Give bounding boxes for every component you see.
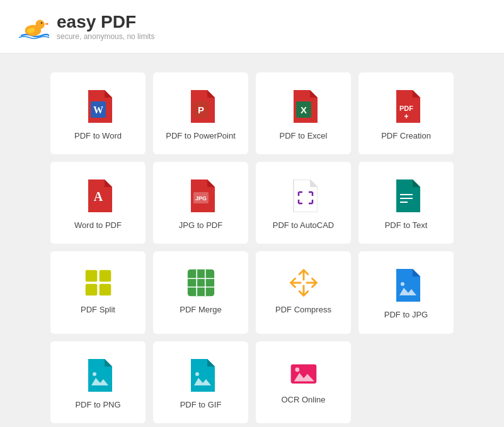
svg-point-27 xyxy=(401,282,404,286)
pdf-to-word-label: PDF to Word xyxy=(74,130,122,142)
tool-card-pdf-to-excel[interactable]: XPDF to Excel xyxy=(256,72,351,154)
pdf-to-ppt-icon: P xyxy=(187,90,215,123)
main-content: WPDF to WordPPDF to PowerPointXPDF to Ex… xyxy=(0,54,504,427)
svg-point-28 xyxy=(93,372,96,376)
header: easy PDF secure, anonymous, no limits xyxy=(0,0,504,54)
svg-rect-18 xyxy=(85,270,97,282)
pdf-to-text-label: PDF to Text xyxy=(385,220,428,231)
tool-card-ocr-online[interactable]: OCR Online xyxy=(256,341,351,423)
logo-duck-icon xyxy=(19,11,49,42)
pdf-to-excel-icon: X xyxy=(290,90,318,123)
tool-card-pdf-to-gif[interactable]: PDF to GIF xyxy=(153,341,248,423)
svg-rect-22 xyxy=(187,270,214,296)
tool-card-pdf-compress[interactable]: PDF Compress xyxy=(256,251,351,333)
svg-point-2 xyxy=(41,22,42,23)
svg-point-29 xyxy=(195,372,199,376)
svg-point-31 xyxy=(295,367,299,372)
svg-rect-20 xyxy=(85,284,97,296)
pdf-to-gif-icon xyxy=(187,359,215,392)
svg-text:W: W xyxy=(93,105,103,115)
svg-rect-19 xyxy=(99,270,111,282)
tool-card-pdf-split[interactable]: PDF Split xyxy=(50,251,146,333)
pdf-to-autocad-icon xyxy=(290,179,318,212)
svg-rect-21 xyxy=(99,284,111,296)
svg-text:PDF: PDF xyxy=(399,105,413,112)
pdf-compress-label: PDF Compress xyxy=(275,304,331,316)
jpg-to-pdf-icon: JPG xyxy=(187,179,215,212)
word-to-pdf-icon: A xyxy=(84,179,112,212)
tool-card-word-to-pdf[interactable]: AWord to PDF xyxy=(50,162,146,244)
pdf-to-ppt-label: PDF to PowerPoint xyxy=(166,130,236,142)
ocr-online-icon xyxy=(290,359,318,387)
svg-text:X: X xyxy=(300,105,306,115)
svg-text:JPG: JPG xyxy=(195,195,206,202)
tool-card-pdf-to-png[interactable]: PDF to PNG xyxy=(50,341,146,423)
svg-text:+: + xyxy=(404,112,408,121)
tool-card-pdf-to-ppt[interactable]: PPDF to PowerPoint xyxy=(153,72,248,154)
brand-name: easy PDF xyxy=(57,12,154,32)
tool-card-pdf-to-word[interactable]: WPDF to Word xyxy=(50,72,146,154)
tools-grid: WPDF to WordPPDF to PowerPointXPDF to Ex… xyxy=(50,72,454,423)
pdf-to-text-icon xyxy=(392,179,420,212)
pdf-creation-icon: PDF+ xyxy=(392,90,420,123)
tool-card-pdf-to-autocad[interactable]: PDF to AutoCAD xyxy=(256,162,351,244)
jpg-to-pdf-label: JPG to PDF xyxy=(179,220,222,231)
pdf-to-gif-label: PDF to GIF xyxy=(180,399,222,411)
pdf-to-autocad-label: PDF to AutoCAD xyxy=(273,220,335,231)
tool-card-pdf-to-jpg[interactable]: PDF to JPG xyxy=(358,251,454,333)
pdf-creation-label: PDF Creation xyxy=(381,130,431,142)
pdf-to-png-icon xyxy=(84,359,112,392)
pdf-to-excel-label: PDF to Excel xyxy=(280,130,328,142)
tool-card-jpg-to-pdf[interactable]: JPGJPG to PDF xyxy=(153,162,248,244)
brand-tagline: secure, anonymous, no limits xyxy=(57,32,154,41)
tool-card-pdf-merge[interactable]: PDF Merge xyxy=(153,251,248,333)
pdf-split-label: PDF Split xyxy=(81,304,115,316)
svg-text:A: A xyxy=(93,190,103,203)
pdf-to-jpg-label: PDF to JPG xyxy=(384,309,428,321)
pdf-to-jpg-icon xyxy=(392,269,420,302)
svg-point-1 xyxy=(35,20,44,29)
pdf-split-icon xyxy=(84,269,112,297)
tool-card-pdf-creation[interactable]: PDF+PDF Creation xyxy=(358,72,454,154)
pdf-to-word-icon: W xyxy=(84,90,112,123)
tool-card-pdf-to-text[interactable]: PDF to Text xyxy=(358,162,454,244)
word-to-pdf-label: Word to PDF xyxy=(74,220,122,231)
ocr-online-label: OCR Online xyxy=(281,394,325,406)
pdf-merge-label: PDF Merge xyxy=(180,304,221,316)
svg-text:P: P xyxy=(197,105,203,115)
pdf-to-png-label: PDF to PNG xyxy=(75,399,120,411)
pdf-merge-icon xyxy=(187,269,215,297)
header-text: easy PDF secure, anonymous, no limits xyxy=(57,12,154,41)
pdf-compress-icon xyxy=(290,269,318,297)
